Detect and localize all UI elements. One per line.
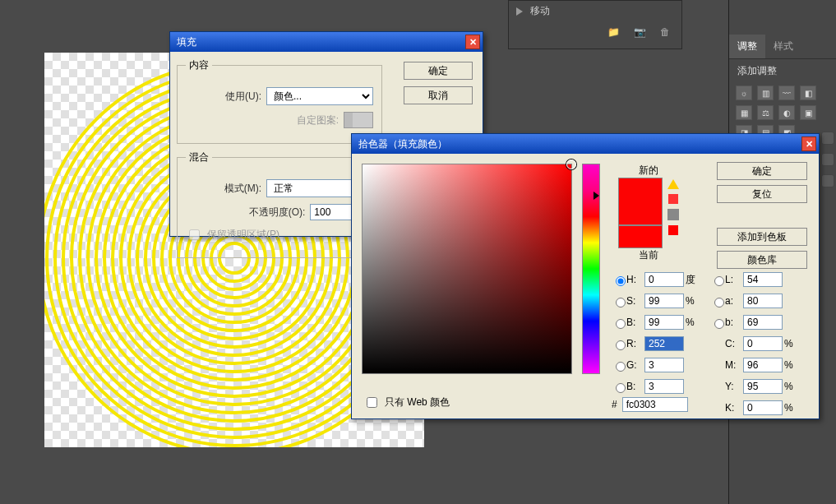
fill-title: 填充 <box>177 35 196 49</box>
k-unit: % <box>784 402 799 414</box>
pattern-swatch <box>344 112 373 128</box>
h-input[interactable] <box>644 272 684 287</box>
curves-icon[interactable]: 〰 <box>778 86 795 100</box>
ok-button[interactable]: 确定 <box>404 62 473 80</box>
exposure-icon[interactable]: ◧ <box>800 86 816 100</box>
move-label: 移动 <box>530 4 550 18</box>
g-label: G: <box>626 359 644 371</box>
bw-icon[interactable]: ◐ <box>778 105 795 120</box>
picker-ok-button[interactable]: 确定 <box>717 162 807 180</box>
websafe-warning-swatch[interactable] <box>668 225 678 235</box>
m-input[interactable] <box>743 358 783 372</box>
r-label: R: <box>626 338 644 349</box>
hex-prefix: # <box>612 399 617 410</box>
k-label: K: <box>725 402 743 414</box>
hsb-b-unit: % <box>686 317 700 328</box>
move-tool-panel: 移动 📁 📷 🗑 <box>508 0 682 49</box>
h-radio[interactable] <box>616 276 626 286</box>
sv-cursor-icon <box>566 160 576 169</box>
l-input[interactable] <box>743 272 783 287</box>
k-input[interactable] <box>743 400 783 415</box>
cancel-button[interactable]: 取消 <box>404 86 473 104</box>
preserve-transparency-label: 保留透明区域(P) <box>207 228 279 242</box>
g-input[interactable] <box>644 358 684 372</box>
vibrance-icon[interactable]: ▦ <box>736 105 752 120</box>
current-color-swatch <box>618 225 663 248</box>
gamut-warning-swatch[interactable] <box>668 194 678 204</box>
panel-knob-1[interactable] <box>821 132 834 145</box>
opacity-label: 不透明度(O): <box>249 206 306 220</box>
lab-b-input[interactable] <box>743 315 783 330</box>
picker-titlebar[interactable]: 拾色器（填充颜色） ✕ <box>352 134 819 154</box>
hsb-b-radio[interactable] <box>616 319 626 329</box>
panel-knob-3[interactable] <box>821 174 834 187</box>
s-unit: % <box>686 295 700 307</box>
m-unit: % <box>784 359 799 371</box>
hsb-b-label: B: <box>626 317 644 328</box>
web-only-checkbox[interactable] <box>367 397 377 408</box>
close-icon[interactable]: ✕ <box>801 136 816 151</box>
a-radio[interactable] <box>714 298 724 307</box>
g-radio[interactable] <box>616 362 626 372</box>
collapsed-panel-icons <box>821 132 834 187</box>
trash-icon[interactable]: 🗑 <box>660 26 672 38</box>
expand-icon[interactable] <box>516 7 523 16</box>
s-label: S: <box>626 295 644 307</box>
current-color-label: 当前 <box>639 248 658 262</box>
add-adjustment-label: 添加调整 <box>729 59 836 83</box>
websafe-warning-icon[interactable] <box>667 209 679 220</box>
camera-icon[interactable]: 📷 <box>634 26 645 38</box>
gamut-warning-icon[interactable] <box>667 179 679 189</box>
web-only-label: 只有 Web 颜色 <box>385 395 450 409</box>
panel-knob-2[interactable] <box>821 153 834 166</box>
lab-b-label: b: <box>725 317 743 328</box>
tab-adjustments[interactable]: 调整 <box>729 35 765 58</box>
m-label: M: <box>725 359 743 371</box>
color-picker-dialog: 拾色器（填充颜色） ✕ 确定 复位 添加到色板 颜色库 新的 <box>351 133 820 419</box>
new-color-swatch <box>618 178 663 225</box>
s-radio[interactable] <box>616 298 626 307</box>
c-unit: % <box>784 338 799 349</box>
folder-icon[interactable]: 📁 <box>607 26 619 38</box>
balance-icon[interactable]: ⚖ <box>757 105 774 120</box>
a-label: a: <box>725 295 743 307</box>
hsb-b-input[interactable] <box>644 315 684 330</box>
a-input[interactable] <box>743 294 783 308</box>
y-label: Y: <box>725 381 743 392</box>
levels-icon[interactable]: ▥ <box>757 86 774 100</box>
content-legend: 内容 <box>186 58 212 72</box>
color-library-button[interactable]: 颜色库 <box>717 251 807 269</box>
c-input[interactable] <box>743 336 783 351</box>
hue-pointer-icon <box>594 192 599 200</box>
brightness-icon[interactable]: ☼ <box>736 86 752 100</box>
y-unit: % <box>784 381 799 392</box>
close-icon[interactable]: ✕ <box>465 35 480 49</box>
r-radio[interactable] <box>616 340 626 350</box>
blend-legend: 混合 <box>186 150 212 164</box>
h-unit: 度 <box>686 273 700 287</box>
r-input[interactable] <box>644 336 684 351</box>
y-input[interactable] <box>743 379 783 394</box>
rgb-b-input[interactable] <box>644 379 684 394</box>
use-label: 使用(U): <box>225 90 261 104</box>
fill-titlebar[interactable]: 填充 ✕ <box>170 32 483 52</box>
tab-styles[interactable]: 样式 <box>765 35 801 58</box>
c-label: C: <box>725 338 743 349</box>
add-swatch-button[interactable]: 添加到色板 <box>717 228 807 246</box>
picker-title: 拾色器（填充颜色） <box>358 137 447 151</box>
l-radio[interactable] <box>714 276 724 286</box>
hex-input[interactable] <box>622 397 688 412</box>
rgb-b-radio[interactable] <box>616 383 626 393</box>
h-label: H: <box>626 274 644 285</box>
mode-label: 模式(M): <box>224 182 261 196</box>
rgb-b-label: B: <box>626 381 644 392</box>
lab-b-radio[interactable] <box>714 319 724 329</box>
s-input[interactable] <box>644 294 684 308</box>
preserve-transparency-checkbox <box>189 229 200 240</box>
l-label: L: <box>725 274 743 285</box>
custom-pattern-label: 自定图案: <box>297 113 339 127</box>
saturation-value-area[interactable] <box>362 164 572 374</box>
picker-reset-button[interactable]: 复位 <box>717 185 807 203</box>
use-select[interactable]: 颜色... <box>266 87 373 105</box>
photo-filter-icon[interactable]: ▣ <box>800 105 816 120</box>
